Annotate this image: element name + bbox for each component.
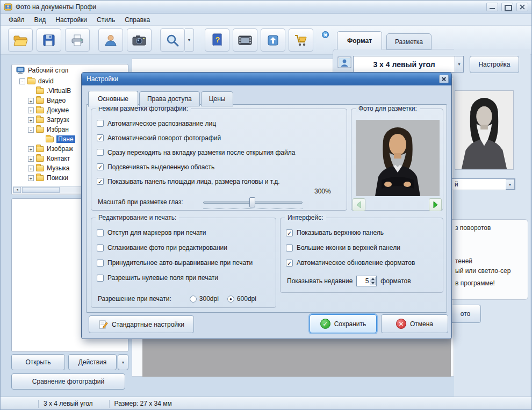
checkbox-smooth-photo[interactable]: Сглаживание фото при редактировании <box>97 240 276 255</box>
tab-prices-label: Цены <box>209 95 226 103</box>
checkbox-face-panel[interactable]: ✓Показывать панель площади лица, размера… <box>97 174 347 189</box>
maximize-icon[interactable] <box>501 3 513 11</box>
minimize-icon[interactable] <box>486 3 498 11</box>
checkbox-goto-markup[interactable]: Сразу переходить на вкладку разметки пос… <box>97 145 347 160</box>
expander-icon[interactable]: + <box>28 107 34 113</box>
expander-icon[interactable]: + <box>28 175 34 181</box>
tab-permissions-label: Права доступа <box>147 95 192 103</box>
radio-icon[interactable] <box>190 296 197 303</box>
chevron-down-icon: ▼ <box>188 38 191 42</box>
checkbox-label: Сразу переходить на вкладку разметки пос… <box>107 149 295 156</box>
stepper-down-icon[interactable] <box>370 281 376 285</box>
menu-style[interactable]: Стиль <box>92 15 120 25</box>
checkbox-auto-align[interactable]: Принудительное авто-выравнивание при печ… <box>97 255 276 270</box>
checkbox-show-top-panel[interactable]: ✓Показывать верхнюю панель <box>286 225 443 240</box>
help-button[interactable]: ? <box>205 28 229 52</box>
tree-item-label: Избран <box>47 126 69 133</box>
recent-formats-stepper[interactable]: 5 <box>356 276 377 286</box>
checkbox-auto-update-formats[interactable]: ✓Автоматическое обновление форматов <box>286 255 443 270</box>
expander-icon[interactable]: - <box>19 78 25 84</box>
tab-format-label: Формат <box>347 37 372 45</box>
menu-file[interactable]: Файл <box>4 15 30 25</box>
menu-help[interactable]: Справка <box>120 15 155 25</box>
zoom-dropdown-button[interactable]: ▼ <box>185 28 194 52</box>
notification-badge-icon[interactable] <box>322 31 329 38</box>
eye-zoom-slider-thumb[interactable] <box>249 197 255 207</box>
status-separator <box>109 400 110 408</box>
checkbox-label: Автоматический поворот фотографий <box>107 134 221 142</box>
tab-markup[interactable]: Разметка <box>386 33 432 50</box>
export-button[interactable] <box>261 28 285 52</box>
print-resolution-row: Разрешение при печати: 300dpi ● 600dpi <box>98 295 276 303</box>
checkbox-auto-rotate[interactable]: ✓Автоматический поворот фотографий <box>97 131 347 145</box>
checkbox-icon <box>97 120 104 127</box>
prev-photo-button[interactable] <box>353 198 365 211</box>
compare-photos-button[interactable]: Сравнение фотографий <box>11 373 125 390</box>
expander-icon[interactable]: + <box>28 156 34 162</box>
format-select[interactable]: 3 х 4 левый угол <box>353 56 455 73</box>
radio-600dpi-label[interactable]: 600dpi <box>237 295 256 303</box>
format-select-arrow[interactable]: ▼ <box>455 56 464 73</box>
checkbox-zero-margins[interactable]: Разрешить нулевые поля при печати <box>97 270 276 285</box>
cancel-button[interactable]: ✕ Отмена <box>381 314 448 333</box>
partial-combo[interactable]: й ▼ <box>451 178 515 190</box>
partial-photo-button[interactable]: ото <box>450 305 481 323</box>
tab-prices[interactable]: Цены <box>201 91 234 106</box>
format-settings-button[interactable]: Настройка <box>470 56 519 73</box>
recent-formats-label: Показывать недавние <box>287 277 353 285</box>
scroll-left-icon[interactable]: ◄ <box>13 187 21 193</box>
expander-icon[interactable]: + <box>28 166 34 171</box>
scrollbar-thumb[interactable] <box>22 187 60 193</box>
partial-combo-arrow[interactable]: ▼ <box>506 179 515 190</box>
save-settings-label: Сохранить <box>334 320 366 328</box>
menu-view[interactable]: Вид <box>30 15 51 25</box>
expander-icon[interactable]: - <box>28 127 34 133</box>
video-tutorial-button[interactable] <box>233 28 257 52</box>
open-button[interactable] <box>8 28 33 52</box>
checkbox-icon: ✓ <box>286 260 293 267</box>
dialog-close-icon[interactable] <box>439 75 449 83</box>
marking-photo-image <box>356 120 440 196</box>
cancel-label: Отмена <box>410 320 433 328</box>
group-editing-legend: Редактирование и печать: <box>96 214 179 221</box>
format-select-value: 3 х 4 левый угол <box>373 60 435 69</box>
checkbox-label: Сглаживание фото при редактировании <box>107 244 227 251</box>
radio-icon[interactable]: ● <box>227 296 234 303</box>
checkbox-marker-margin[interactable]: Отступ для маркеров при печати <box>97 225 276 240</box>
stepper-up-icon[interactable] <box>370 277 376 281</box>
webcam-capture-button[interactable] <box>98 28 123 52</box>
actions-dropdown-button[interactable]: ▼ <box>118 354 128 370</box>
window-title: Фото на документы Профи <box>16 3 483 11</box>
checkbox-highlight-selection[interactable]: ✓Подсвечивать выделенную область <box>97 160 347 174</box>
info-line-3: ый или светло-сер <box>455 267 511 275</box>
checkbox-face-recognition[interactable]: Автоматическое распознавание лиц <box>97 116 347 131</box>
checkbox-icon: ✓ <box>286 229 293 236</box>
app-icon <box>4 3 12 11</box>
expander-icon[interactable]: + <box>28 146 34 152</box>
help-icon: ? <box>211 33 224 47</box>
next-photo-button[interactable] <box>429 198 442 211</box>
menu-settings[interactable]: Настройки <box>51 15 92 25</box>
expander-icon[interactable]: + <box>28 117 34 123</box>
open-file-button[interactable]: Открыть <box>11 354 65 370</box>
zoom-button[interactable] <box>160 28 185 52</box>
checkbox-large-icons[interactable]: Большие иконки в верхней панели <box>286 240 443 255</box>
actions-button[interactable]: Действия <box>68 354 117 370</box>
tree-item-label: .VirtualB <box>47 87 71 95</box>
default-settings-label: Стандартные настройки <box>112 321 184 328</box>
tab-format[interactable]: Формат <box>337 31 382 50</box>
tab-general[interactable]: Основные <box>88 91 138 107</box>
default-settings-button[interactable]: Стандартные настройки <box>89 315 194 333</box>
expander-icon[interactable]: + <box>28 98 34 104</box>
camera-button[interactable] <box>127 28 152 52</box>
tab-permissions[interactable]: Права доступа <box>139 91 200 106</box>
save-settings-button[interactable]: ✓ Сохранить <box>310 314 377 333</box>
save-button[interactable] <box>37 28 61 52</box>
tree-item-label: Загрузк <box>47 116 69 124</box>
radio-300dpi-label[interactable]: 300dpi <box>199 295 219 303</box>
print-resolution-label: Разрешение при печати: <box>98 295 171 303</box>
settings-dialog: Настройки Основные Права доступа Цены Ре… <box>81 72 452 339</box>
print-button[interactable] <box>65 28 90 52</box>
buy-button[interactable] <box>289 28 313 52</box>
close-icon[interactable] <box>516 3 528 11</box>
